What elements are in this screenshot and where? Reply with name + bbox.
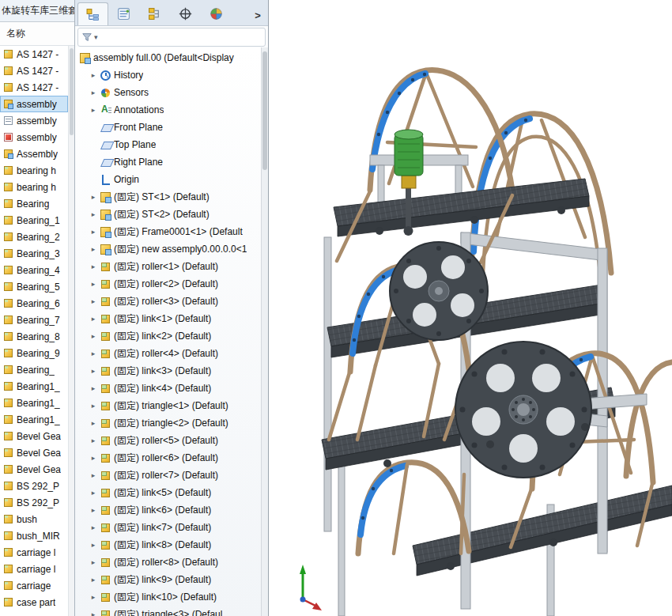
file-list-item[interactable]: bush_MIR	[0, 527, 68, 544]
tree-item[interactable]: ▸ (固定) ST<1> (Default)	[75, 188, 261, 206]
file-list-item[interactable]: Bearing_1	[0, 212, 68, 229]
tree-item[interactable]: Front Plane	[75, 119, 261, 136]
expand-arrow-icon[interactable]: ▸	[89, 315, 97, 323]
tree-item[interactable]: ▸ (固定) roller<8> (Default)	[75, 554, 261, 571]
expand-arrow-icon[interactable]: ▸	[89, 210, 97, 218]
tree-item[interactable]: ▸ (固定) triangle<3> (Defaul	[75, 606, 261, 616]
filter-dropdown-caret[interactable]: ▾	[94, 33, 98, 41]
panel-flyout-button[interactable]: >	[250, 5, 266, 25]
file-list-item[interactable]: Bearing	[0, 195, 68, 212]
expand-arrow-icon[interactable]: ▸	[89, 245, 97, 253]
tree-item[interactable]: ▸ (固定) link<4> (Default)	[75, 380, 261, 397]
file-list-scrollbar-thumb[interactable]	[70, 48, 74, 135]
tree-item[interactable]: ▸ (固定) link<6> (Default)	[75, 501, 261, 519]
file-list-item[interactable]: AS 1427 -	[0, 46, 68, 62]
file-list-item[interactable]: assembly	[0, 129, 68, 145]
file-list-item[interactable]: Bearing_8	[0, 328, 68, 345]
tree-item[interactable]: ▸ (固定) link<8> (Default)	[75, 536, 261, 554]
tree-item[interactable]: ▸ (固定) link<2> (Default)	[75, 327, 261, 345]
file-list-item[interactable]: Bevel Gea	[0, 428, 68, 444]
frame-arch-top[interactable]	[370, 70, 513, 195]
expand-arrow-icon[interactable]: ▸	[89, 367, 97, 375]
tree-item[interactable]: ▸ (固定) link<10> (Default)	[75, 588, 261, 606]
tab-displaymanager[interactable]	[201, 2, 232, 25]
tree-item[interactable]: Origin	[75, 171, 261, 188]
tree-item[interactable]: ▸ (固定) triangle<1> (Default)	[75, 397, 261, 414]
file-list-item[interactable]: assembly	[0, 112, 68, 129]
tab-dimxpertmanager[interactable]	[170, 2, 201, 25]
tree-item[interactable]: ▸ Sensors	[75, 84, 261, 101]
file-list-item[interactable]: case part	[0, 594, 68, 610]
model-3d-view[interactable]	[269, 0, 672, 616]
expand-arrow-icon[interactable]: ▸	[89, 471, 97, 479]
expand-arrow-icon[interactable]: ▸	[89, 506, 97, 514]
tree-item[interactable]: ▸ (固定) roller<7> (Default)	[75, 467, 261, 484]
expand-arrow-icon[interactable]: ▸	[89, 384, 97, 392]
file-list-item[interactable]: Bearing_	[0, 361, 68, 378]
tree-item[interactable]: ▸ History	[75, 66, 261, 84]
expand-arrow-icon[interactable]: ▸	[89, 593, 97, 601]
file-list-item[interactable]: Bearing_7	[0, 312, 68, 328]
tree-scrollbar-thumb[interactable]	[262, 51, 267, 170]
expand-arrow-icon[interactable]: ▸	[89, 489, 97, 497]
tree-item[interactable]: ▸ (固定) roller<2> (Default)	[75, 275, 261, 293]
tree-item[interactable]: ▸ (固定) roller<3> (Default)	[75, 293, 261, 310]
expand-arrow-icon[interactable]: ▸	[89, 193, 97, 201]
expand-arrow-icon[interactable]: ▸	[89, 558, 97, 566]
file-list-item[interactable]: assembly	[0, 96, 68, 112]
file-list-item[interactable]: Assembly	[0, 145, 68, 162]
tree-item[interactable]: ▸ (固定) link<1> (Default)	[75, 310, 261, 327]
file-list-item[interactable]: Bearing_2	[0, 229, 68, 245]
file-list-item[interactable]: Bearing1_	[0, 395, 68, 411]
file-list-item[interactable]: Bearing1_	[0, 411, 68, 428]
expand-arrow-icon[interactable]: ▸	[89, 541, 97, 549]
tree-item[interactable]: ▸ (固定) link<3> (Default)	[75, 362, 261, 380]
expand-arrow-icon[interactable]: ▸	[89, 576, 97, 584]
file-list-item[interactable]: Bearing_9	[0, 345, 68, 361]
tree-item[interactable]: ▸ Annotations	[75, 101, 261, 119]
expand-arrow-icon[interactable]: ▸	[89, 263, 97, 270]
file-list-item[interactable]: Bearing_3	[0, 245, 68, 262]
file-list-item[interactable]: BS 292_P	[0, 494, 68, 511]
file-list-item[interactable]: carriage l	[0, 544, 68, 561]
tab-configurationmanager[interactable]	[139, 2, 170, 25]
file-list-item[interactable]: AS 1427 -	[0, 79, 68, 96]
file-list-item[interactable]: AS 1427 -	[0, 62, 68, 79]
tab-featuremanager[interactable]	[77, 2, 108, 25]
expand-arrow-icon[interactable]: ▸	[89, 610, 97, 616]
tree-item[interactable]: ▸ (固定) link<9> (Default)	[75, 571, 261, 588]
file-list-item[interactable]: Bevel Gea	[0, 444, 68, 461]
expand-arrow-icon[interactable]: ▸	[89, 523, 97, 531]
expand-arrow-icon[interactable]: ▸	[89, 228, 97, 236]
expand-arrow-icon[interactable]: ▸	[89, 89, 97, 96]
expand-arrow-icon[interactable]: ▸	[89, 297, 97, 305]
file-list-item[interactable]: Bearing_5	[0, 278, 68, 295]
tree-item[interactable]: ▸ (固定) ST<2> (Default)	[75, 206, 261, 223]
expand-arrow-icon[interactable]: ▸	[89, 280, 97, 288]
tree-item[interactable]: ▸ (固定) Frame0001<1> (Default	[75, 223, 261, 240]
tree-item[interactable]: ▸ (固定) roller<4> (Default)	[75, 345, 261, 362]
expand-arrow-icon[interactable]: ▸	[89, 419, 97, 427]
column-header-name[interactable]: 名称	[0, 22, 74, 46]
gear-small[interactable]	[390, 242, 488, 340]
expand-arrow-icon[interactable]: ▸	[89, 436, 97, 444]
graphics-viewport[interactable]	[269, 0, 672, 616]
tree-item[interactable]: ▸ (固定) roller<6> (Default)	[75, 449, 261, 467]
file-list-item[interactable]: Bearing1_	[0, 378, 68, 395]
expand-arrow-icon[interactable]: ▸	[89, 106, 97, 114]
expand-arrow-icon[interactable]: ▸	[89, 332, 97, 340]
expand-arrow-icon[interactable]: ▸	[89, 71, 97, 79]
tree-root-assembly[interactable]: assembly full.00 (Default<Display	[75, 49, 261, 66]
tree-item[interactable]: ▸ (固定) link<7> (Default)	[75, 519, 261, 536]
tree-item[interactable]: ▸ (固定) roller<5> (Default)	[75, 432, 261, 449]
file-list-scrollbar[interactable]	[68, 46, 74, 616]
tab-propertymanager[interactable]	[108, 2, 139, 25]
tree-item[interactable]: ▸ (固定) new assemply0.00.0.0<1	[75, 240, 261, 258]
expand-arrow-icon[interactable]: ▸	[89, 350, 97, 357]
file-list-item[interactable]: carriage	[0, 577, 68, 594]
file-list-item[interactable]: bearing h	[0, 162, 68, 179]
file-list-item[interactable]: Bearing_6	[0, 295, 68, 312]
file-list-item[interactable]: Bevel Gea	[0, 461, 68, 478]
file-list-item[interactable]: BS 292_P	[0, 478, 68, 494]
expand-arrow-icon[interactable]: ▸	[89, 454, 97, 462]
